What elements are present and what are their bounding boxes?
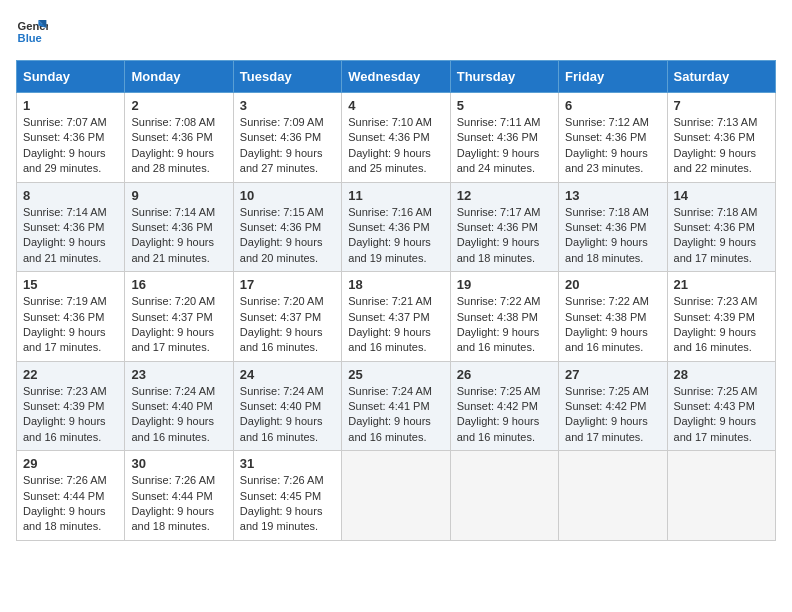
day-number: 12 bbox=[457, 188, 552, 203]
calendar-cell: 3Sunrise: 7:09 AMSunset: 4:36 PMDaylight… bbox=[233, 93, 341, 183]
day-info: Sunrise: 7:18 AMSunset: 4:36 PMDaylight:… bbox=[565, 205, 660, 267]
calendar-cell: 8Sunrise: 7:14 AMSunset: 4:36 PMDaylight… bbox=[17, 182, 125, 272]
day-info: Sunrise: 7:11 AMSunset: 4:36 PMDaylight:… bbox=[457, 115, 552, 177]
day-info: Sunrise: 7:26 AMSunset: 4:44 PMDaylight:… bbox=[131, 473, 226, 535]
logo: General Blue bbox=[16, 16, 48, 48]
day-info: Sunrise: 7:14 AMSunset: 4:36 PMDaylight:… bbox=[131, 205, 226, 267]
calendar-cell bbox=[559, 451, 667, 541]
day-number: 17 bbox=[240, 277, 335, 292]
day-number: 7 bbox=[674, 98, 769, 113]
calendar-cell: 25Sunrise: 7:24 AMSunset: 4:41 PMDayligh… bbox=[342, 361, 450, 451]
calendar-cell: 27Sunrise: 7:25 AMSunset: 4:42 PMDayligh… bbox=[559, 361, 667, 451]
calendar-cell: 2Sunrise: 7:08 AMSunset: 4:36 PMDaylight… bbox=[125, 93, 233, 183]
day-number: 15 bbox=[23, 277, 118, 292]
day-info: Sunrise: 7:25 AMSunset: 4:42 PMDaylight:… bbox=[457, 384, 552, 446]
day-info: Sunrise: 7:17 AMSunset: 4:36 PMDaylight:… bbox=[457, 205, 552, 267]
header-monday: Monday bbox=[125, 61, 233, 93]
day-info: Sunrise: 7:23 AMSunset: 4:39 PMDaylight:… bbox=[23, 384, 118, 446]
logo-icon: General Blue bbox=[16, 16, 48, 48]
page-header: General Blue bbox=[16, 16, 776, 48]
day-info: Sunrise: 7:24 AMSunset: 4:40 PMDaylight:… bbox=[131, 384, 226, 446]
calendar-cell: 18Sunrise: 7:21 AMSunset: 4:37 PMDayligh… bbox=[342, 272, 450, 362]
day-info: Sunrise: 7:24 AMSunset: 4:41 PMDaylight:… bbox=[348, 384, 443, 446]
day-info: Sunrise: 7:16 AMSunset: 4:36 PMDaylight:… bbox=[348, 205, 443, 267]
calendar-cell: 30Sunrise: 7:26 AMSunset: 4:44 PMDayligh… bbox=[125, 451, 233, 541]
calendar-cell: 26Sunrise: 7:25 AMSunset: 4:42 PMDayligh… bbox=[450, 361, 558, 451]
day-number: 27 bbox=[565, 367, 660, 382]
day-number: 28 bbox=[674, 367, 769, 382]
day-info: Sunrise: 7:21 AMSunset: 4:37 PMDaylight:… bbox=[348, 294, 443, 356]
calendar-cell: 23Sunrise: 7:24 AMSunset: 4:40 PMDayligh… bbox=[125, 361, 233, 451]
header-thursday: Thursday bbox=[450, 61, 558, 93]
calendar-week-row: 8Sunrise: 7:14 AMSunset: 4:36 PMDaylight… bbox=[17, 182, 776, 272]
day-number: 22 bbox=[23, 367, 118, 382]
day-info: Sunrise: 7:18 AMSunset: 4:36 PMDaylight:… bbox=[674, 205, 769, 267]
day-info: Sunrise: 7:13 AMSunset: 4:36 PMDaylight:… bbox=[674, 115, 769, 177]
calendar-cell: 19Sunrise: 7:22 AMSunset: 4:38 PMDayligh… bbox=[450, 272, 558, 362]
calendar-week-row: 1Sunrise: 7:07 AMSunset: 4:36 PMDaylight… bbox=[17, 93, 776, 183]
calendar-cell: 1Sunrise: 7:07 AMSunset: 4:36 PMDaylight… bbox=[17, 93, 125, 183]
calendar-cell: 16Sunrise: 7:20 AMSunset: 4:37 PMDayligh… bbox=[125, 272, 233, 362]
day-info: Sunrise: 7:26 AMSunset: 4:44 PMDaylight:… bbox=[23, 473, 118, 535]
day-info: Sunrise: 7:25 AMSunset: 4:43 PMDaylight:… bbox=[674, 384, 769, 446]
calendar-cell: 9Sunrise: 7:14 AMSunset: 4:36 PMDaylight… bbox=[125, 182, 233, 272]
calendar-header-row: SundayMondayTuesdayWednesdayThursdayFrid… bbox=[17, 61, 776, 93]
calendar-week-row: 22Sunrise: 7:23 AMSunset: 4:39 PMDayligh… bbox=[17, 361, 776, 451]
day-number: 30 bbox=[131, 456, 226, 471]
calendar-cell: 17Sunrise: 7:20 AMSunset: 4:37 PMDayligh… bbox=[233, 272, 341, 362]
calendar-cell bbox=[450, 451, 558, 541]
calendar-cell: 14Sunrise: 7:18 AMSunset: 4:36 PMDayligh… bbox=[667, 182, 775, 272]
day-number: 16 bbox=[131, 277, 226, 292]
day-number: 20 bbox=[565, 277, 660, 292]
day-info: Sunrise: 7:15 AMSunset: 4:36 PMDaylight:… bbox=[240, 205, 335, 267]
calendar-cell: 24Sunrise: 7:24 AMSunset: 4:40 PMDayligh… bbox=[233, 361, 341, 451]
day-info: Sunrise: 7:12 AMSunset: 4:36 PMDaylight:… bbox=[565, 115, 660, 177]
header-friday: Friday bbox=[559, 61, 667, 93]
day-info: Sunrise: 7:25 AMSunset: 4:42 PMDaylight:… bbox=[565, 384, 660, 446]
header-tuesday: Tuesday bbox=[233, 61, 341, 93]
day-number: 3 bbox=[240, 98, 335, 113]
day-info: Sunrise: 7:09 AMSunset: 4:36 PMDaylight:… bbox=[240, 115, 335, 177]
calendar-cell: 22Sunrise: 7:23 AMSunset: 4:39 PMDayligh… bbox=[17, 361, 125, 451]
calendar-cell: 10Sunrise: 7:15 AMSunset: 4:36 PMDayligh… bbox=[233, 182, 341, 272]
calendar-cell bbox=[667, 451, 775, 541]
day-number: 4 bbox=[348, 98, 443, 113]
day-number: 31 bbox=[240, 456, 335, 471]
day-number: 26 bbox=[457, 367, 552, 382]
day-number: 6 bbox=[565, 98, 660, 113]
calendar-cell: 20Sunrise: 7:22 AMSunset: 4:38 PMDayligh… bbox=[559, 272, 667, 362]
day-number: 19 bbox=[457, 277, 552, 292]
calendar-cell: 13Sunrise: 7:18 AMSunset: 4:36 PMDayligh… bbox=[559, 182, 667, 272]
day-info: Sunrise: 7:26 AMSunset: 4:45 PMDaylight:… bbox=[240, 473, 335, 535]
calendar-cell: 4Sunrise: 7:10 AMSunset: 4:36 PMDaylight… bbox=[342, 93, 450, 183]
day-number: 5 bbox=[457, 98, 552, 113]
day-info: Sunrise: 7:08 AMSunset: 4:36 PMDaylight:… bbox=[131, 115, 226, 177]
day-info: Sunrise: 7:14 AMSunset: 4:36 PMDaylight:… bbox=[23, 205, 118, 267]
calendar-cell: 21Sunrise: 7:23 AMSunset: 4:39 PMDayligh… bbox=[667, 272, 775, 362]
day-info: Sunrise: 7:20 AMSunset: 4:37 PMDaylight:… bbox=[131, 294, 226, 356]
day-info: Sunrise: 7:07 AMSunset: 4:36 PMDaylight:… bbox=[23, 115, 118, 177]
calendar-cell bbox=[342, 451, 450, 541]
day-number: 13 bbox=[565, 188, 660, 203]
calendar-week-row: 29Sunrise: 7:26 AMSunset: 4:44 PMDayligh… bbox=[17, 451, 776, 541]
day-info: Sunrise: 7:10 AMSunset: 4:36 PMDaylight:… bbox=[348, 115, 443, 177]
day-number: 14 bbox=[674, 188, 769, 203]
calendar-cell: 28Sunrise: 7:25 AMSunset: 4:43 PMDayligh… bbox=[667, 361, 775, 451]
day-number: 18 bbox=[348, 277, 443, 292]
day-number: 21 bbox=[674, 277, 769, 292]
calendar-cell: 31Sunrise: 7:26 AMSunset: 4:45 PMDayligh… bbox=[233, 451, 341, 541]
header-saturday: Saturday bbox=[667, 61, 775, 93]
calendar-table: SundayMondayTuesdayWednesdayThursdayFrid… bbox=[16, 60, 776, 541]
header-wednesday: Wednesday bbox=[342, 61, 450, 93]
calendar-cell: 29Sunrise: 7:26 AMSunset: 4:44 PMDayligh… bbox=[17, 451, 125, 541]
day-info: Sunrise: 7:22 AMSunset: 4:38 PMDaylight:… bbox=[457, 294, 552, 356]
day-number: 8 bbox=[23, 188, 118, 203]
day-number: 2 bbox=[131, 98, 226, 113]
calendar-cell: 15Sunrise: 7:19 AMSunset: 4:36 PMDayligh… bbox=[17, 272, 125, 362]
calendar-cell: 6Sunrise: 7:12 AMSunset: 4:36 PMDaylight… bbox=[559, 93, 667, 183]
day-number: 1 bbox=[23, 98, 118, 113]
day-info: Sunrise: 7:23 AMSunset: 4:39 PMDaylight:… bbox=[674, 294, 769, 356]
calendar-cell: 12Sunrise: 7:17 AMSunset: 4:36 PMDayligh… bbox=[450, 182, 558, 272]
calendar-cell: 7Sunrise: 7:13 AMSunset: 4:36 PMDaylight… bbox=[667, 93, 775, 183]
calendar-week-row: 15Sunrise: 7:19 AMSunset: 4:36 PMDayligh… bbox=[17, 272, 776, 362]
